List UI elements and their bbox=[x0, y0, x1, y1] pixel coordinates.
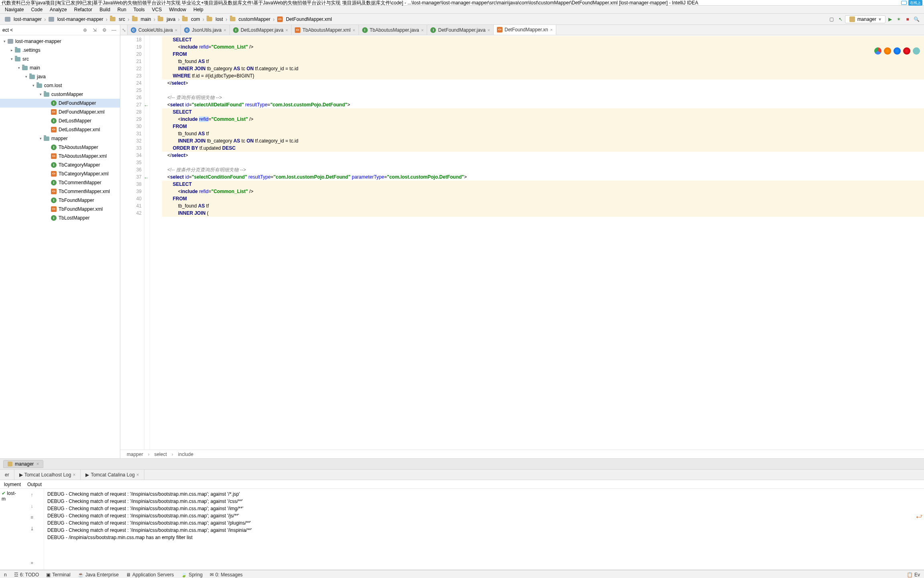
menu-navigate[interactable]: Navigate bbox=[2, 6, 27, 13]
close-icon[interactable]: × bbox=[175, 28, 177, 33]
close-icon[interactable]: × bbox=[73, 472, 75, 478]
menu-help[interactable]: Help bbox=[190, 6, 207, 13]
tree-node[interactable]: <>TbAboutusMapper.xml bbox=[0, 152, 120, 161]
tree-node[interactable]: IDetFoundMapper bbox=[0, 99, 120, 108]
menu-window[interactable]: Window bbox=[166, 6, 190, 13]
run-icon[interactable]: ▶ bbox=[886, 15, 894, 24]
twist-icon[interactable]: ▾ bbox=[2, 39, 7, 43]
tree-node[interactable]: <>DetLostMapper.xml bbox=[0, 125, 120, 134]
editor-tab[interactable]: IDetLostMapper.java× bbox=[230, 25, 292, 35]
terminal-tool[interactable]: ▣ Terminal bbox=[46, 572, 70, 578]
breadcrumb-item[interactable]: customMapper bbox=[228, 16, 272, 22]
collapse-icon[interactable]: ⇲ bbox=[91, 26, 98, 34]
tree-node[interactable]: ▾lost-manager-mapper bbox=[0, 37, 120, 46]
tree-node[interactable]: ITbCategoryMapper bbox=[0, 161, 120, 169]
code-line[interactable]: <include refid="Common_List" /> bbox=[162, 116, 924, 123]
twist-icon[interactable]: ▾ bbox=[30, 83, 36, 88]
breadcrumb-item[interactable]: lost bbox=[205, 16, 225, 22]
output-tab[interactable]: ▶ Tomcat Localhost Log × bbox=[14, 470, 81, 480]
tree-node[interactable]: ▾customMapper bbox=[0, 90, 120, 99]
title-right-button[interactable]: 在线上 bbox=[908, 0, 922, 6]
code-line[interactable]: <select id="selectAllDetailFound" result… bbox=[162, 101, 924, 108]
code-line[interactable]: INNER JOIN tb_category AS tc ON tf.categ… bbox=[162, 137, 924, 144]
twist-icon[interactable]: ▾ bbox=[38, 92, 43, 96]
firefox-icon[interactable] bbox=[884, 47, 891, 55]
code-line[interactable]: INNER JOIN tb_category AS tc ON tf.categ… bbox=[162, 65, 924, 72]
menu-run[interactable]: Run bbox=[114, 6, 130, 13]
close-icon[interactable]: × bbox=[224, 28, 226, 33]
menu-analyze[interactable]: Analyze bbox=[47, 6, 70, 13]
menu-vcs[interactable]: VCS bbox=[149, 6, 165, 13]
close-icon[interactable]: × bbox=[286, 28, 288, 33]
chrome-icon[interactable] bbox=[874, 47, 881, 55]
editor-tab[interactable]: CCookieUtils.java× bbox=[128, 25, 181, 35]
code-line[interactable]: </select> bbox=[162, 152, 924, 159]
code-line[interactable]: tb_found AS tf bbox=[162, 58, 924, 65]
tab-pin-icon[interactable]: ⤡ bbox=[120, 25, 128, 35]
breadcrumb-item[interactable]: src bbox=[108, 16, 127, 22]
twist-icon[interactable]: ▾ bbox=[16, 66, 22, 70]
twist-icon[interactable]: ▾ bbox=[38, 136, 43, 140]
bottom-item[interactable]: n bbox=[4, 572, 7, 578]
code-line[interactable]: FROM bbox=[162, 195, 924, 202]
gear-icon[interactable]: ⚙ bbox=[101, 26, 108, 34]
tree-node[interactable]: <>DetFoundMapper.xml bbox=[0, 108, 120, 116]
console-output[interactable]: DEBUG - Checking match of request : '/in… bbox=[44, 489, 914, 570]
editor-tab[interactable]: CJsonUtils.java× bbox=[181, 25, 229, 35]
crumb-include[interactable]: include bbox=[178, 452, 193, 457]
layout-icon[interactable]: ▢ bbox=[827, 15, 836, 24]
tree-node[interactable]: ▾java bbox=[0, 72, 120, 81]
more-icon[interactable]: » bbox=[28, 559, 36, 566]
editor-tab[interactable]: <>DetFoundMapper.xn× bbox=[494, 25, 556, 35]
code-line[interactable] bbox=[162, 159, 924, 166]
close-icon[interactable]: × bbox=[550, 27, 553, 32]
breadcrumb-item[interactable]: lost-manager-mapper bbox=[47, 16, 105, 22]
editor-tab[interactable]: ITbAboutusMapper.java× bbox=[359, 25, 428, 35]
code-line[interactable]: FROM bbox=[162, 51, 924, 58]
code-line[interactable]: <include refid="Common_List" /> bbox=[162, 188, 924, 195]
close-icon[interactable]: × bbox=[36, 461, 39, 467]
code-line[interactable]: ORDER BY tf.updated DESC bbox=[162, 144, 924, 152]
run-tab-manager[interactable]: manager × bbox=[3, 460, 43, 468]
tree-node[interactable]: ▾mapper bbox=[0, 134, 120, 143]
locate-icon[interactable]: ⊕ bbox=[81, 26, 89, 34]
sync-icon[interactable]: ↖ bbox=[836, 15, 845, 24]
safari-icon[interactable] bbox=[894, 47, 901, 55]
menu-build[interactable]: Build bbox=[96, 6, 113, 13]
line-gutter[interactable]: 18192021222324252627←2829303132333435363… bbox=[120, 35, 144, 450]
tree-node[interactable]: ▾src bbox=[0, 55, 120, 63]
code-line[interactable]: FROM bbox=[162, 123, 924, 130]
tree-node[interactable]: ▾main bbox=[0, 63, 120, 72]
breadcrumb-item[interactable]: main bbox=[130, 16, 153, 22]
code-editor[interactable]: SELECT <include refid="Common_List" /> F… bbox=[150, 35, 924, 450]
wrap-icon[interactable]: ≡ bbox=[28, 514, 36, 521]
default-browser-icon[interactable] bbox=[913, 47, 920, 55]
tree-node[interactable]: <>TbFoundMapper.xml bbox=[0, 205, 120, 214]
twist-icon[interactable]: ▾ bbox=[23, 75, 29, 79]
twist-icon[interactable]: ▸ bbox=[9, 48, 14, 52]
stop-icon[interactable]: ■ bbox=[903, 15, 912, 24]
close-icon[interactable]: × bbox=[353, 28, 355, 33]
breadcrumb-item[interactable]: lost-manager bbox=[3, 16, 43, 22]
code-line[interactable]: tb_found AS tf bbox=[162, 202, 924, 210]
project-tree[interactable]: ▾lost-manager-mapper▸.settings▾src▾main▾… bbox=[0, 35, 120, 458]
close-icon[interactable]: × bbox=[136, 472, 139, 478]
messages-tool[interactable]: ✉ 0: Messages bbox=[210, 572, 243, 578]
scroll-icon[interactable]: ⤓ bbox=[28, 525, 36, 532]
close-icon[interactable]: × bbox=[488, 28, 490, 33]
event-log[interactable]: 📋 Ev bbox=[907, 572, 920, 578]
tree-node[interactable]: ITbFoundMapper bbox=[0, 196, 120, 205]
code-line[interactable]: <!-- 查询所有明细失物 --> bbox=[162, 94, 924, 101]
code-line[interactable]: <select id="selectConditionFound" result… bbox=[162, 173, 924, 181]
opera-icon[interactable] bbox=[903, 47, 910, 55]
tree-node[interactable]: ▾com.lost bbox=[0, 81, 120, 90]
run-config-selector[interactable]: manager ▾ bbox=[845, 15, 886, 23]
breadcrumb-item[interactable]: java bbox=[156, 16, 177, 22]
breadcrumb-item[interactable]: <>DetFoundMapper.xml bbox=[276, 16, 334, 22]
tree-node[interactable]: ▸.settings bbox=[0, 46, 120, 55]
search-icon[interactable]: 🔍 bbox=[912, 15, 921, 24]
output-tab[interactable]: ▶ Tomcat Catalina Log × bbox=[81, 470, 144, 480]
code-line[interactable]: </select> bbox=[162, 79, 924, 87]
twist-icon[interactable]: ▾ bbox=[9, 57, 14, 61]
code-line[interactable]: INNER JOIN ( bbox=[162, 210, 924, 217]
